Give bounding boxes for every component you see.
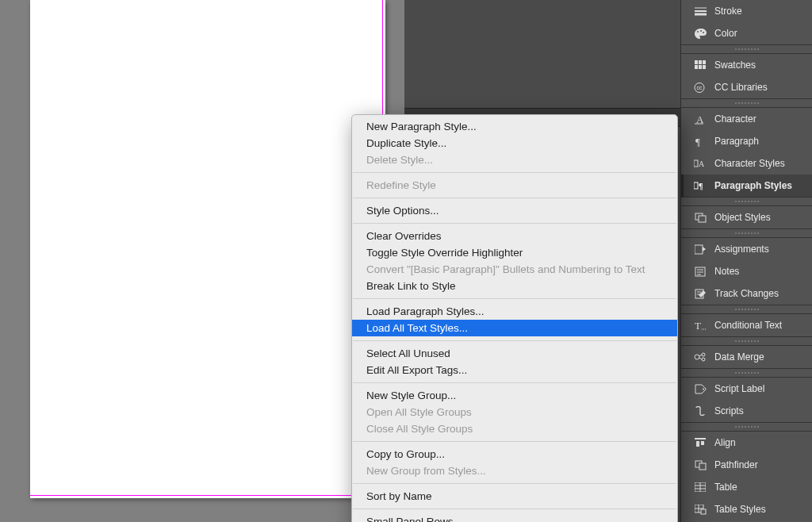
panel-character-styles[interactable]: A Character Styles [681,152,812,175]
menu-close-all-groups: Close All Style Groups [352,420,677,437]
menu-new-paragraph-style[interactable]: New Paragraph Style... [352,118,677,135]
panel-label: Assignments [714,244,769,255]
panel-label: CC Libraries [714,82,768,93]
panel-label: Data Merge [714,351,764,363]
app-workspace: Stroke Color Swatches cc CC Libraries A [0,0,812,522]
panel-track-changes[interactable]: Track Changes [681,282,812,305]
panel-swatches[interactable]: Swatches [681,54,812,76]
panel-label: Scripts [714,405,744,416]
svg-rect-7 [699,60,702,64]
assignments-icon [693,244,707,255]
menu-convert-bullets: Convert "[Basic Paragraph]" Bullets and … [352,261,677,278]
panel-object-styles[interactable]: Object Styles [681,206,812,228]
svg-rect-43 [699,463,706,470]
menu-copy-to-group[interactable]: Copy to Group... [352,446,677,463]
panel-label: Table [714,482,737,493]
panel-character[interactable]: A Character [681,108,812,130]
panel-pathfinder[interactable]: Pathfinder [681,454,812,476]
panel-separator [681,368,812,378]
panel-separator [681,197,812,206]
panel-label: Swatches [714,59,756,71]
paragraph-styles-context-menu: New Paragraph Style... Duplicate Style..… [351,114,678,522]
svg-rect-23 [695,245,703,254]
panel-conditional-text[interactable]: T Conditional Text [681,314,812,336]
panel-label: Object Styles [714,212,771,223]
svg-rect-10 [699,65,702,69]
svg-text:A: A [699,159,705,168]
menu-new-style-group[interactable]: New Style Group... [352,387,677,404]
menu-break-link[interactable]: Break Link to Style [352,278,677,294]
panel-label: Align [714,437,736,448]
menu-separator [353,441,676,442]
menu-separator [353,382,676,383]
panel-table-styles[interactable]: Table Styles [681,498,812,520]
table-styles-icon [693,504,707,515]
svg-text:¶: ¶ [699,182,703,190]
panel-color[interactable]: Color [681,22,812,44]
panel-label: Notes [714,266,739,277]
svg-rect-8 [703,60,706,64]
menu-new-group-from-styles: New Group from Styles... [352,463,677,479]
pathfinder-icon [693,459,707,470]
menu-style-options[interactable]: Style Options... [352,202,677,219]
panel-notes[interactable]: Notes [681,260,812,282]
menu-separator [353,340,676,341]
panel-label: Script Label [714,383,764,394]
svg-rect-9 [695,65,698,69]
panel-cc-libraries[interactable]: cc CC Libraries [681,76,812,98]
panel-scripts[interactable]: Scripts [681,400,812,422]
track-changes-icon [693,288,707,299]
svg-rect-22 [699,216,706,222]
menu-clear-overrides[interactable]: Clear Overrides [352,228,677,244]
panel-label: Stroke [714,6,742,17]
svg-rect-18 [694,160,698,167]
panel-separator [681,44,812,54]
panel-label: Pathfinder [714,459,758,470]
panel-table[interactable]: Table [681,476,812,498]
menu-separator [353,223,676,224]
panel-data-merge[interactable]: Data Merge [681,346,812,368]
document-page[interactable] [30,0,385,498]
svg-point-38 [703,388,704,390]
canvas-pasteboard[interactable] [0,0,404,522]
panel-label: Character Styles [714,158,785,169]
panel-separator [681,305,812,314]
menu-small-panel-rows[interactable]: Small Panel Rows [352,513,677,522]
panel-assignments[interactable]: Assignments [681,238,812,260]
panel-script-label[interactable]: Script Label [681,378,812,400]
panel-paragraph[interactable]: ¶ Paragraph [681,130,812,152]
svg-point-34 [702,353,705,356]
panel-separator [681,98,812,108]
menu-separator [353,172,676,173]
menu-edit-all-export-tags[interactable]: Edit All Export Tags... [352,362,677,378]
paragraph-styles-icon: ¶ [693,180,707,191]
panel-label: Paragraph Styles [714,180,792,191]
panel-align[interactable]: Align [681,432,812,454]
palette-icon [693,28,707,39]
menu-toggle-override-highlighter[interactable]: Toggle Style Override Highlighter [352,244,677,261]
stroke-icon [693,6,707,17]
svg-line-37 [699,358,702,359]
svg-point-5 [703,32,704,33]
object-styles-icon [693,212,707,223]
menu-load-all-text-styles[interactable]: Load All Text Styles... [352,320,677,336]
menu-load-paragraph-styles[interactable]: Load Paragraph Styles... [352,303,677,320]
cc-icon: cc [693,82,707,93]
menu-sort-by-name[interactable]: Sort by Name [352,488,677,505]
panel-stroke[interactable]: Stroke [681,0,812,22]
svg-rect-20 [694,182,698,189]
svg-rect-51 [701,509,706,514]
notes-icon [693,266,707,277]
svg-rect-41 [701,441,704,445]
menu-redefine-style: Redefine Style [352,177,677,194]
menu-duplicate-style[interactable]: Duplicate Style... [352,135,677,152]
svg-text:A: A [696,113,704,125]
svg-text:¶: ¶ [695,136,700,147]
panel-paragraph-styles[interactable]: ¶ Paragraph Styles [681,175,812,197]
menu-open-all-groups: Open All Style Groups [352,404,677,420]
character-icon: A [693,113,707,125]
svg-rect-6 [695,60,698,64]
menu-select-all-unused[interactable]: Select All Unused [352,345,677,362]
data-merge-icon [693,351,707,363]
svg-rect-11 [703,65,706,69]
